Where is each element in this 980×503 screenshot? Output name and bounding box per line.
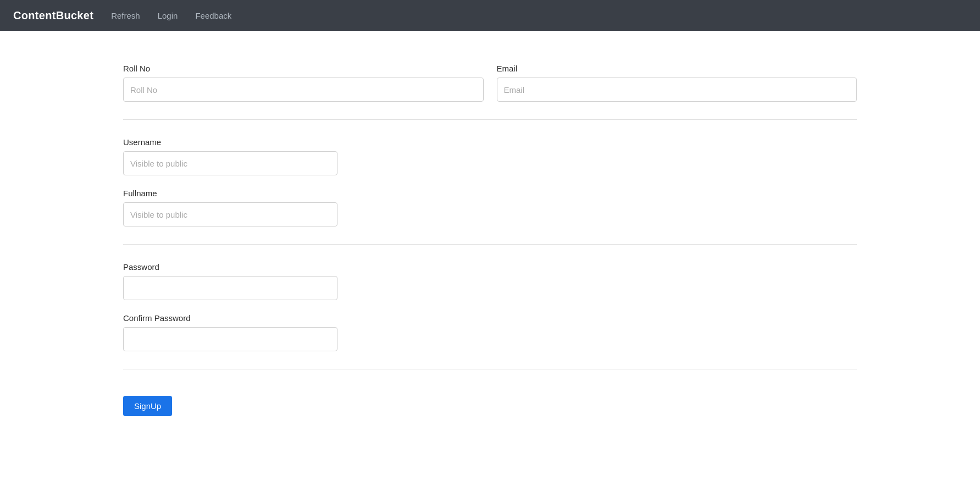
fullname-input[interactable] xyxy=(123,202,337,226)
divider-3 xyxy=(123,369,857,369)
username-group: Username xyxy=(123,137,857,175)
roll-no-group: Roll No xyxy=(123,64,484,102)
email-input[interactable] xyxy=(497,78,857,102)
brand-title: ContentBucket xyxy=(13,9,93,22)
password-field-group: Password xyxy=(123,262,337,300)
username-field-group: Username xyxy=(123,137,337,175)
divider-1 xyxy=(123,119,857,120)
username-label: Username xyxy=(123,137,337,147)
row-roll-email: Roll No Email xyxy=(123,64,857,102)
confirm-password-field-group: Confirm Password xyxy=(123,313,337,351)
password-label: Password xyxy=(123,262,337,272)
roll-no-label: Roll No xyxy=(123,64,484,73)
feedback-link[interactable]: Feedback xyxy=(195,11,231,20)
email-group: Email xyxy=(497,64,857,102)
signup-form-container: Roll No Email Username Fullname Password xyxy=(0,31,980,449)
fullname-group: Fullname xyxy=(123,189,857,226)
password-input[interactable] xyxy=(123,276,337,300)
divider-2 xyxy=(123,244,857,245)
confirm-password-input[interactable] xyxy=(123,327,337,351)
email-label: Email xyxy=(497,64,857,73)
fullname-field-group: Fullname xyxy=(123,189,337,226)
navbar: ContentBucket Refresh Login Feedback xyxy=(0,0,980,31)
confirm-password-label: Confirm Password xyxy=(123,313,337,323)
roll-no-input[interactable] xyxy=(123,78,484,102)
password-group: Password xyxy=(123,262,857,300)
signup-button[interactable]: SignUp xyxy=(123,396,172,416)
login-link[interactable]: Login xyxy=(158,11,178,20)
refresh-link[interactable]: Refresh xyxy=(111,11,140,20)
username-input[interactable] xyxy=(123,151,337,175)
confirm-password-group: Confirm Password xyxy=(123,313,857,351)
fullname-label: Fullname xyxy=(123,189,337,198)
